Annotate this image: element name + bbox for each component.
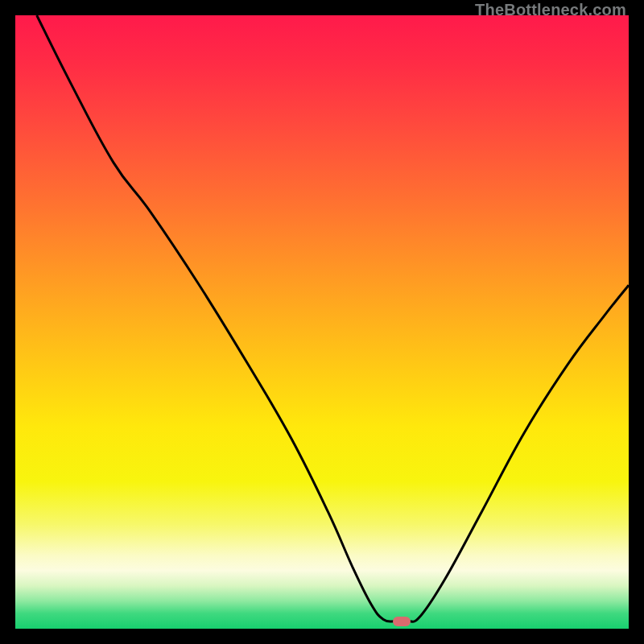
bottleneck-curve bbox=[37, 15, 629, 622]
plot-area bbox=[15, 15, 629, 629]
watermark-text: TheBottleneck.com bbox=[475, 1, 626, 19]
optimal-marker bbox=[393, 617, 411, 626]
chart-frame: TheBottleneck.com bbox=[0, 0, 644, 644]
curve-layer bbox=[15, 15, 629, 629]
